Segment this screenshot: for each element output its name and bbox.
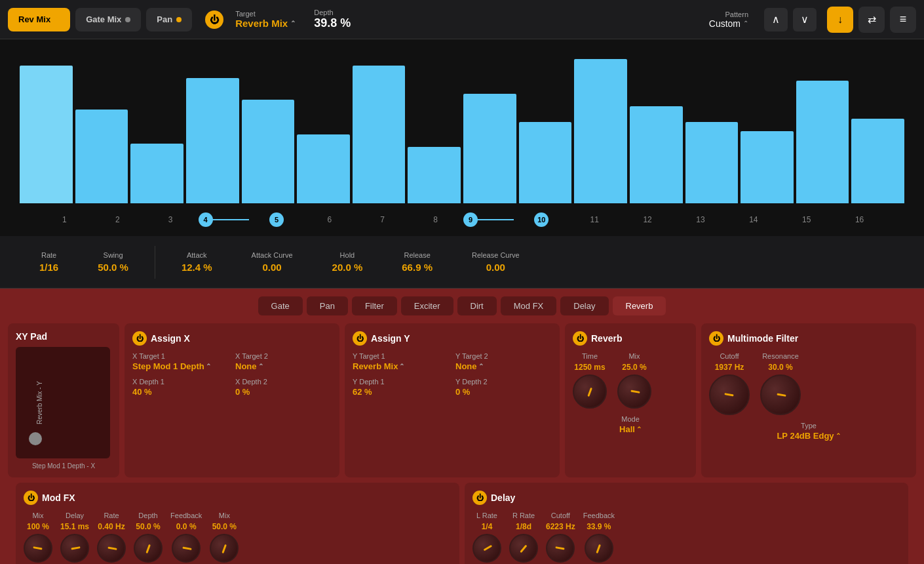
step-num-3[interactable]: 3 (145, 215, 196, 224)
fx-tab-mod-fx[interactable]: Mod FX (501, 296, 557, 315)
step-num-4[interactable]: 4 (199, 212, 249, 227)
bar-3[interactable] (130, 144, 183, 203)
delay-feedback-knob[interactable] (585, 534, 613, 563)
step-num-13[interactable]: 13 (676, 215, 726, 224)
step-circle-10[interactable]: 10 (534, 212, 549, 227)
bar-col-3[interactable] (130, 144, 183, 203)
bar-4[interactable] (186, 78, 239, 203)
mod-fx-power-button[interactable]: ⏻ (24, 491, 38, 505)
bar-7[interactable] (353, 66, 406, 203)
fx-tab-gate[interactable]: Gate (258, 296, 303, 315)
step-num-12[interactable]: 12 (623, 215, 673, 224)
reverb-power-button[interactable]: ⏻ (573, 331, 587, 346)
nav-up-button[interactable]: ∧ (764, 8, 788, 31)
bar-8[interactable] (408, 147, 461, 203)
bar-13[interactable] (685, 122, 739, 203)
fx-tab-exciter[interactable]: Exciter (401, 296, 453, 315)
fx-panels-row1: XY Pad Reverb Mix - Y Step Mod 1 Depth -… (8, 323, 916, 477)
bar-5[interactable] (242, 100, 295, 203)
bar-col-8[interactable] (408, 147, 461, 203)
bar-16[interactable] (851, 119, 904, 203)
tab-rev-mix[interactable]: Rev Mix (8, 8, 70, 31)
delay-l-rate-knob[interactable] (472, 534, 501, 563)
x-target2-value[interactable]: None ⌃ (235, 361, 332, 371)
step-num-7[interactable]: 7 (357, 215, 408, 224)
mod-fx-depth-knob[interactable] (134, 534, 163, 563)
bar-1[interactable] (20, 66, 73, 203)
step-num-15[interactable]: 15 (781, 215, 832, 224)
step-num-5[interactable]: 5 (252, 212, 302, 227)
reverb-time-knob[interactable] (573, 374, 607, 409)
fx-tab-reverb[interactable]: Reverb (613, 296, 666, 315)
mod-fx-feedback-knob[interactable] (172, 534, 201, 563)
y-target2-value[interactable]: None ⌃ (455, 361, 552, 371)
step-num-2[interactable]: 2 (92, 215, 143, 224)
mod-fx-rate-knob[interactable] (97, 534, 126, 563)
nav-down-button[interactable]: ∨ (793, 8, 817, 31)
xy-cursor[interactable] (29, 432, 42, 445)
assign-x-power-button[interactable]: ⏻ (132, 331, 147, 346)
power-button[interactable]: ⏻ (205, 10, 223, 29)
tab-gate-mix[interactable]: Gate Mix (75, 8, 141, 31)
bar-9[interactable] (463, 94, 516, 203)
assign-y-power-button[interactable]: ⏻ (353, 331, 367, 346)
bar-6[interactable] (297, 134, 350, 203)
filter-resonance-knob[interactable] (760, 374, 801, 415)
reverb-time-group: Time 1250 ms (573, 352, 607, 409)
bar-col-15[interactable] (796, 81, 849, 203)
step-num-6[interactable]: 6 (304, 215, 355, 224)
fx-tab-pan[interactable]: Pan (307, 296, 348, 315)
xy-pad-area[interactable]: Reverb Mix - Y (16, 347, 110, 458)
filter-cutoff-knob[interactable] (709, 374, 750, 415)
x-target1-value[interactable]: Step Mod 1 Depth ⌃ (132, 361, 229, 371)
bar-col-10[interactable] (519, 122, 572, 203)
delay-r-rate-knob[interactable] (509, 534, 538, 563)
tab-pan[interactable]: Pan (146, 8, 192, 31)
bar-col-13[interactable] (685, 122, 739, 203)
filter-type-value[interactable]: LP 24dB Edgy ⌃ (777, 431, 840, 441)
y-target1-value[interactable]: Reverb Mix ⌃ (353, 361, 449, 371)
delay-cutoff-knob[interactable] (546, 534, 575, 563)
bar-14[interactable] (741, 131, 794, 203)
step-num-11[interactable]: 11 (569, 215, 620, 224)
bar-10[interactable] (519, 122, 572, 203)
bar-col-11[interactable] (574, 59, 627, 203)
step-num-9[interactable]: 9 (463, 212, 514, 227)
fx-tab-dirt[interactable]: Dirt (457, 296, 497, 315)
reverb-mode-value[interactable]: Hall ⌃ (619, 424, 642, 434)
fx-tab-filter[interactable]: Filter (352, 296, 397, 315)
mod-fx-mix-knob[interactable] (24, 534, 52, 563)
bar-col-7[interactable] (353, 66, 406, 203)
step-num-16[interactable]: 16 (834, 215, 885, 224)
bar-col-2[interactable] (75, 110, 128, 203)
bar-11[interactable] (574, 59, 627, 203)
step-circle-9[interactable]: 9 (463, 212, 478, 227)
step-num-10[interactable]: 10 (516, 212, 567, 227)
mod-fx-mix2-knob[interactable] (210, 534, 239, 563)
bar-col-14[interactable] (741, 131, 794, 203)
bar-col-6[interactable] (297, 134, 350, 203)
reverb-mix-knob[interactable] (617, 374, 651, 409)
bar-col-12[interactable] (630, 106, 683, 203)
bar-12[interactable] (630, 106, 683, 203)
fx-tab-delay[interactable]: Delay (560, 296, 608, 315)
mod-fx-delay-knob[interactable] (60, 534, 89, 563)
bar-2[interactable] (75, 110, 128, 203)
step-num-14[interactable]: 14 (728, 215, 779, 224)
step-circle-5[interactable]: 5 (269, 212, 284, 227)
step-num-1[interactable]: 1 (39, 215, 90, 224)
bar-col-1[interactable] (20, 66, 73, 203)
sliders-button[interactable]: ≡ (890, 7, 916, 33)
bar-col-5[interactable] (242, 100, 295, 203)
bar-col-16[interactable] (851, 119, 904, 203)
import-button[interactable]: ↓ (827, 7, 853, 33)
delay-power-button[interactable]: ⏻ (472, 491, 487, 505)
step-num-8[interactable]: 8 (410, 215, 461, 224)
bar-15[interactable] (796, 81, 849, 203)
bar-col-9[interactable] (463, 94, 516, 203)
mod-fx-mix-group: Mix 100 % (24, 512, 52, 563)
swap-button[interactable]: ⇄ (858, 7, 885, 33)
bar-col-4[interactable] (186, 78, 239, 203)
filter-power-button[interactable]: ⏻ (709, 331, 723, 346)
step-circle-4[interactable]: 4 (199, 212, 213, 227)
